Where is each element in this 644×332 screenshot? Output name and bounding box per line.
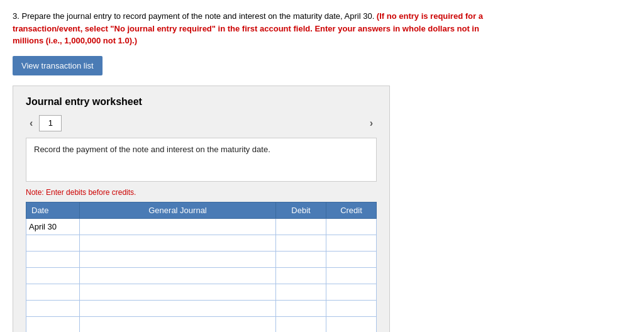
- input-debit[interactable]: [279, 235, 323, 251]
- cell-general-journal[interactable]: [80, 267, 276, 284]
- cell-general-journal[interactable]: [80, 284, 276, 300]
- input-general-journal[interactable]: [82, 252, 273, 267]
- input-date[interactable]: [29, 252, 77, 267]
- header-date: Date: [26, 202, 80, 218]
- table-row: [26, 284, 377, 300]
- journal-table: Date General Journal Debit Credit April …: [26, 202, 377, 333]
- table-row: April 30: [26, 218, 377, 235]
- instruction-normal-text: Prepare the journal entry to record paym…: [21, 11, 376, 21]
- cell-general-journal[interactable]: [80, 251, 276, 267]
- cell-date: [26, 316, 80, 332]
- cell-date: [26, 235, 80, 251]
- cell-general-journal[interactable]: [80, 300, 276, 316]
- input-credit[interactable]: [329, 284, 374, 300]
- cell-credit[interactable]: [326, 267, 377, 284]
- header-debit: Debit: [276, 202, 326, 218]
- view-transaction-button[interactable]: View transaction list: [13, 56, 103, 75]
- input-debit[interactable]: [279, 301, 323, 316]
- cell-debit[interactable]: [276, 316, 326, 332]
- input-debit[interactable]: [279, 268, 323, 284]
- table-row: [26, 235, 377, 251]
- cell-general-journal[interactable]: [80, 218, 276, 235]
- table-row: [26, 251, 377, 267]
- instruction-section: 3. Prepare the journal entry to record p…: [13, 10, 631, 47]
- table-row: [26, 267, 377, 284]
- cell-debit[interactable]: [276, 300, 326, 316]
- input-credit[interactable]: [329, 219, 374, 235]
- cell-general-journal[interactable]: [80, 316, 276, 332]
- table-row: [26, 316, 377, 332]
- input-credit[interactable]: [329, 252, 374, 267]
- cell-date: [26, 267, 80, 284]
- input-date[interactable]: [29, 317, 77, 333]
- instruction-number: 3.: [13, 11, 19, 21]
- cell-debit[interactable]: [276, 267, 326, 284]
- cell-credit[interactable]: [326, 218, 377, 235]
- input-general-journal[interactable]: [82, 268, 273, 284]
- table-row: [26, 300, 377, 316]
- note-text: Note: Enter debits before credits.: [26, 188, 377, 197]
- input-general-journal[interactable]: [82, 219, 273, 235]
- prev-arrow[interactable]: ‹: [26, 116, 36, 130]
- header-credit: Credit: [326, 202, 377, 218]
- input-general-journal[interactable]: [82, 301, 273, 316]
- worksheet-container: Journal entry worksheet ‹ 1 › Record the…: [13, 86, 390, 333]
- description-box: Record the payment of the note and inter…: [26, 138, 377, 182]
- cell-debit[interactable]: [276, 284, 326, 300]
- cell-date: April 30: [26, 218, 80, 235]
- header-general-journal: General Journal: [80, 202, 276, 218]
- input-credit[interactable]: [329, 235, 374, 251]
- cell-debit[interactable]: [276, 251, 326, 267]
- input-date[interactable]: [29, 235, 77, 251]
- cell-credit[interactable]: [326, 284, 377, 300]
- input-debit[interactable]: [279, 284, 323, 300]
- cell-credit[interactable]: [326, 251, 377, 267]
- cell-date: [26, 300, 80, 316]
- input-date[interactable]: [29, 268, 77, 284]
- input-date[interactable]: [29, 301, 77, 316]
- description-text: Record the payment of the note and inter…: [34, 145, 270, 154]
- input-general-journal[interactable]: [82, 284, 273, 300]
- input-debit[interactable]: [279, 252, 323, 267]
- page-number: 1: [39, 115, 62, 131]
- input-general-journal[interactable]: [82, 317, 273, 333]
- cell-date: [26, 284, 80, 300]
- cell-debit[interactable]: [276, 235, 326, 251]
- cell-credit[interactable]: [326, 300, 377, 316]
- cell-credit[interactable]: [326, 235, 377, 251]
- input-credit[interactable]: [329, 268, 374, 284]
- input-date[interactable]: [29, 284, 77, 300]
- input-credit[interactable]: [329, 301, 374, 316]
- input-general-journal[interactable]: [82, 235, 273, 251]
- input-debit[interactable]: [279, 317, 323, 333]
- input-debit[interactable]: [279, 219, 323, 235]
- input-credit[interactable]: [329, 317, 374, 333]
- cell-general-journal[interactable]: [80, 235, 276, 251]
- cell-credit[interactable]: [326, 316, 377, 332]
- cell-date: [26, 251, 80, 267]
- cell-debit[interactable]: [276, 218, 326, 235]
- next-arrow[interactable]: ›: [366, 116, 377, 130]
- nav-row: ‹ 1 ›: [26, 115, 377, 131]
- worksheet-title: Journal entry worksheet: [26, 96, 377, 108]
